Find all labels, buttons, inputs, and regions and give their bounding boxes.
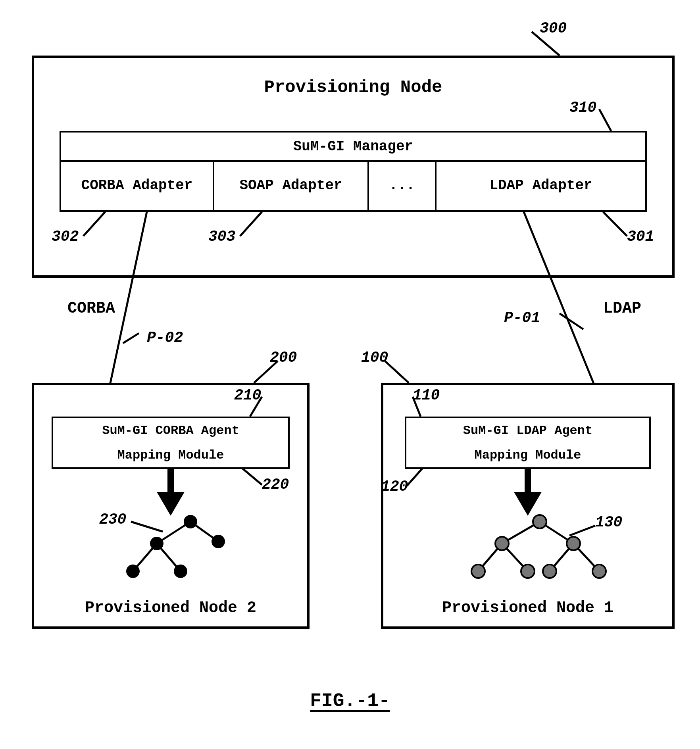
leader-130	[16, 16, 684, 733]
diagram-canvas: 300 Provisioning Node 310 SuM-GI Manager…	[16, 16, 684, 733]
svg-line-42	[569, 526, 595, 536]
ref-130: 130	[595, 514, 622, 531]
figure-label: FIG.-1-	[290, 690, 410, 712]
node1-title: Provisioned Node 1	[381, 599, 675, 617]
